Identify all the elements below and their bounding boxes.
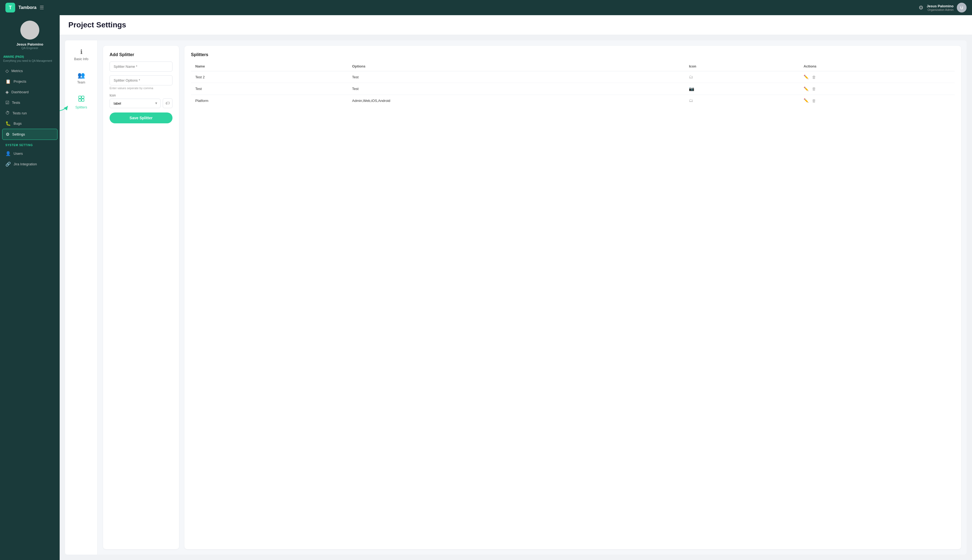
header-left: T Tambora ☰ — [5, 3, 44, 12]
svg-rect-1 — [82, 96, 84, 98]
col-header-name: Name — [191, 62, 348, 71]
sidebar-item-jira[interactable]: 🔗 Jira Integration — [0, 159, 60, 169]
save-splitter-button[interactable]: Save Splitter — [110, 112, 172, 123]
svg-rect-2 — [78, 99, 81, 102]
edit-button[interactable]: ✏️ — [803, 87, 809, 91]
main-layout: Jesus Palomino QA Engineer AWARE (PADI) … — [0, 15, 972, 560]
nav-item-label: Splitters — [75, 105, 87, 109]
page-title: Project Settings — [68, 21, 963, 29]
tests-icon: ☑ — [5, 100, 9, 105]
aware-subtitle: Everything you need to QA Management — [0, 59, 60, 66]
nav-item-label: Basic Info — [74, 57, 89, 61]
splitters-table: Name Options Icon Actions Test 2 Test 🗂 … — [191, 62, 955, 106]
sidebar: Jesus Palomino QA Engineer AWARE (PADI) … — [0, 15, 60, 560]
delete-button[interactable]: 🗑 — [812, 87, 816, 91]
content-area: Project Settings ℹ Basic Info 👥 Team — [60, 15, 972, 560]
settings-icon: ⚙ — [6, 132, 10, 137]
sidebar-item-users[interactable]: 👤 Users — [0, 148, 60, 159]
user-info: Jesus Palomino Organization Admin — [927, 4, 954, 12]
table-title: Splitters — [191, 52, 955, 57]
app-logo: T — [5, 3, 15, 12]
cell-name: Platform — [191, 95, 348, 107]
cell-actions: ✏️ 🗑 — [799, 95, 955, 107]
col-header-actions: Actions — [799, 62, 955, 71]
cell-actions: ✏️ 🗑 — [799, 83, 955, 95]
splitters-icon — [78, 95, 85, 104]
projects-icon: 📋 — [5, 79, 11, 84]
nav-item-label: Team — [77, 80, 85, 84]
top-header: T Tambora ☰ ⚙ Jesus Palomino Organizatio… — [0, 0, 972, 15]
page-header: Project Settings — [60, 15, 972, 35]
tests-run-icon: ⏱ — [5, 111, 10, 115]
table-row: Platform Admin,Web,iOS,Android 🗂 ✏️ 🗑 — [191, 95, 955, 107]
profile-role: QA Engineer — [22, 47, 38, 50]
table-row: Test 2 Test 🗂 ✏️ 🗑 — [191, 71, 955, 83]
nav-item-team[interactable]: 👥 Team — [69, 69, 94, 87]
delete-button[interactable]: 🗑 — [812, 75, 816, 79]
sidebar-item-label: Dashboard — [12, 90, 29, 94]
sidebar-item-label: Users — [13, 152, 23, 156]
sidebar-item-bugs[interactable]: 🐛 Bugs — [0, 118, 60, 129]
edit-button[interactable]: ✏️ — [803, 98, 809, 103]
hamburger-icon[interactable]: ☰ — [40, 5, 44, 10]
cell-icon: 🗂 — [685, 95, 799, 107]
splitter-options-group: Enter values seperate by comma — [110, 75, 172, 90]
bugs-icon: 🐛 — [5, 121, 11, 126]
svg-rect-0 — [78, 96, 81, 98]
cell-name: Test — [191, 83, 348, 95]
cell-icon: 🗂 — [685, 71, 799, 83]
col-header-options: Options — [348, 62, 685, 71]
users-icon: 👤 — [5, 151, 11, 156]
icon-select-wrapper: label camera folder ▼ — [110, 99, 160, 108]
page-content: ℹ Basic Info 👥 Team — [60, 35, 972, 560]
nav-item-basic-info[interactable]: ℹ Basic Info — [69, 46, 94, 64]
splitter-options-input[interactable] — [110, 75, 172, 85]
header-right: ⚙ Jesus Palomino Organization Admin U — [919, 3, 967, 12]
delete-button[interactable]: 🗑 — [812, 98, 816, 103]
edit-button[interactable]: ✏️ — [803, 75, 809, 79]
sidebar-item-label: Jira Integration — [13, 162, 37, 166]
icon-row: label camera folder ▼ 🏷 — [110, 98, 172, 108]
profile-avatar — [20, 21, 39, 40]
sidebar-item-tests[interactable]: ☑ Tests — [0, 97, 60, 108]
cell-name: Test 2 — [191, 71, 348, 83]
table-header-row: Name Options Icon Actions — [191, 62, 955, 71]
cell-actions: ✏️ 🗑 — [799, 71, 955, 83]
col-header-icon: Icon — [685, 62, 799, 71]
table-row: Test Test 📷 ✏️ 🗑 — [191, 83, 955, 95]
splitters-card: Splitters Name Options Icon Actions T — [184, 46, 961, 549]
dashboard-icon: ◈ — [5, 90, 9, 95]
icon-select[interactable]: label camera folder — [110, 99, 160, 108]
system-section-label: SYSTEM SETTING — [0, 140, 60, 148]
cell-options: Admin,Web,iOS,Android — [348, 95, 685, 107]
left-nav: ℹ Basic Info 👥 Team — [65, 40, 98, 555]
sidebar-item-settings[interactable]: ⚙ Settings — [2, 129, 57, 140]
sidebar-item-label: Metrics — [12, 69, 23, 73]
icon-preview-button[interactable]: 🏷 — [163, 98, 172, 108]
sidebar-item-tests-run[interactable]: ⏱ Tests run — [0, 108, 60, 118]
sidebar-item-label: Tests run — [12, 111, 27, 115]
sidebar-item-label: Bugs — [13, 122, 22, 125]
user-name: Jesus Palomino — [927, 4, 954, 8]
settings-gear-icon[interactable]: ⚙ — [919, 4, 924, 11]
sidebar-item-label: Settings — [12, 132, 25, 136]
team-icon: 👥 — [78, 72, 85, 79]
splitter-name-input[interactable] — [110, 62, 172, 72]
card-title: Add Splitter — [110, 52, 172, 57]
cell-options: Test — [348, 71, 685, 83]
sidebar-item-metrics[interactable]: ◇ Metrics — [0, 66, 60, 76]
sidebar-item-projects[interactable]: 📋 Projects — [0, 76, 60, 87]
arrow-annotation — [60, 100, 72, 115]
hint-text: Enter values seperate by comma — [110, 87, 172, 90]
sidebar-item-label: Tests — [12, 100, 20, 105]
sidebar-item-dashboard[interactable]: ◈ Dashboard — [0, 87, 60, 97]
main-panel: Add Splitter Enter values seperate by co… — [98, 40, 967, 555]
splitter-name-group — [110, 62, 172, 72]
app-name: Tambora — [18, 5, 36, 10]
aware-label: AWARE (PADI) — [0, 55, 60, 59]
icon-label: Icon — [110, 93, 172, 97]
nav-item-splitters[interactable]: Splitters — [69, 92, 94, 112]
sidebar-profile: Jesus Palomino QA Engineer — [0, 21, 60, 55]
avatar[interactable]: U — [957, 3, 967, 12]
icon-group: Icon label camera folder ▼ 🏷 — [110, 93, 172, 108]
